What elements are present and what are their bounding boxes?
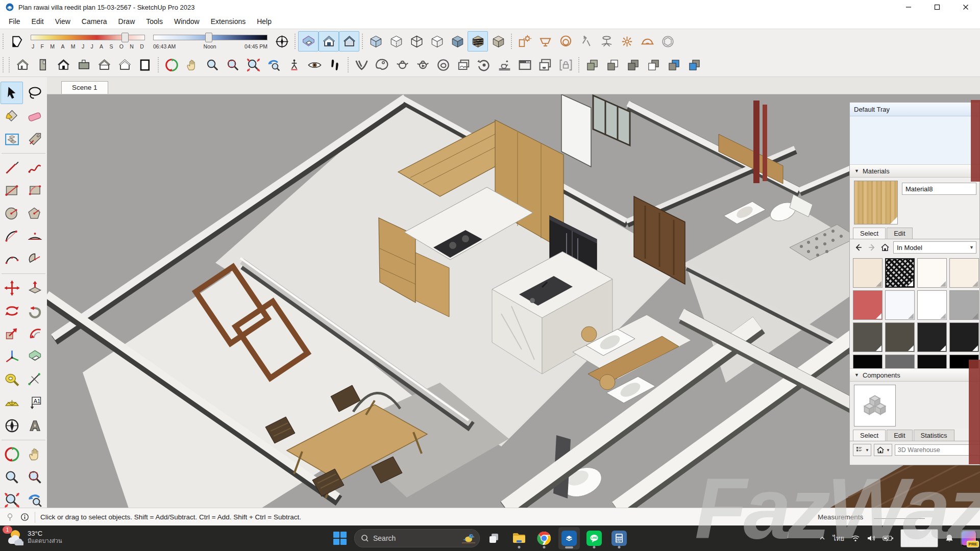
material-preview[interactable] (854, 181, 898, 224)
zoom-tool-button[interactable] (1, 466, 23, 488)
zoom-button[interactable] (202, 55, 223, 75)
section-plane-tool-button[interactable] (23, 345, 46, 368)
rectangle-light-button[interactable] (535, 31, 555, 52)
style-shaded-textures-button[interactable] (468, 31, 488, 52)
taskbar-calculator-button[interactable] (608, 527, 630, 549)
tag-tool-button[interactable] (23, 128, 46, 150)
zoom-window-tool-button[interactable] (23, 466, 46, 488)
toolbar-grip[interactable] (158, 57, 159, 72)
freehand-tool-button[interactable] (23, 156, 46, 179)
wifi-icon[interactable] (851, 534, 860, 542)
trim-button[interactable] (664, 55, 684, 75)
paint-bucket-tool-button[interactable] (1, 105, 23, 127)
components-tab-edit[interactable]: Edit (887, 430, 912, 441)
taskbar-line-app-button[interactable]: LINE (583, 527, 605, 549)
components-tab-statistics[interactable]: Statistics (914, 430, 954, 441)
view-top-button[interactable] (33, 55, 53, 75)
outer-shell-button[interactable] (582, 55, 602, 75)
view-right-button[interactable] (74, 55, 94, 75)
batch-render-button[interactable] (494, 55, 514, 75)
menu-draw[interactable]: Draw (113, 16, 141, 27)
text-tool-button[interactable]: A1 (23, 391, 46, 414)
orbit-button[interactable] (161, 55, 182, 75)
section-cuts-button[interactable] (318, 31, 339, 52)
look-around-button[interactable] (304, 55, 325, 75)
menu-file[interactable]: File (3, 16, 26, 27)
render-output-button[interactable] (514, 55, 535, 75)
menu-window[interactable]: Window (168, 16, 205, 27)
dome-light-button[interactable] (637, 31, 657, 52)
material-swatch-14[interactable] (885, 355, 915, 368)
menu-help[interactable]: Help (251, 16, 277, 27)
position-camera-button[interactable] (284, 55, 304, 75)
asset-editor-button[interactable] (372, 55, 392, 75)
eraser-tool-button[interactable] (23, 105, 46, 127)
geolocation-pin-icon[interactable] (5, 512, 15, 522)
material-name-field[interactable]: Material8 (902, 183, 976, 195)
taskbar-file-explorer-button[interactable] (508, 527, 530, 549)
material-swatch-6[interactable] (885, 290, 915, 320)
material-swatch-1[interactable] (853, 258, 883, 288)
components-search-input[interactable] (895, 444, 980, 456)
taskbar-sketchup-button[interactable] (558, 527, 580, 549)
zoom-previous-button[interactable] (263, 55, 284, 75)
home-button[interactable] (879, 242, 891, 253)
vray-logo-button[interactable] (351, 55, 372, 75)
taskbar-start-button[interactable] (329, 527, 351, 549)
taskbar-search[interactable]: Search (354, 529, 480, 547)
style-hidden-line-button[interactable] (427, 31, 447, 52)
mesh-light-button[interactable] (657, 31, 678, 52)
view-back-button[interactable] (94, 55, 114, 75)
materials-tab-edit[interactable]: Edit (887, 228, 912, 239)
info-icon[interactable] (19, 512, 30, 522)
minimize-button[interactable] (894, 0, 923, 14)
style-shaded-button[interactable] (447, 31, 468, 52)
two-point-arc-tool-button[interactable] (23, 225, 46, 247)
style-wireframe-button[interactable] (406, 31, 427, 52)
menu-extensions[interactable]: Extensions (205, 16, 251, 27)
shadow-settings-button[interactable] (6, 31, 27, 52)
union-button[interactable] (623, 55, 643, 75)
toolbar-grip[interactable] (578, 57, 579, 72)
toolbar-grip[interactable] (511, 34, 512, 49)
3d-text-tool-button[interactable] (23, 414, 46, 437)
volume-icon[interactable] (867, 534, 876, 542)
intersect-button[interactable] (602, 55, 623, 75)
toolbar-grip[interactable] (3, 57, 4, 72)
spot-light-button[interactable] (576, 31, 596, 52)
material-swatch-2[interactable] (885, 258, 915, 288)
line-tool-button[interactable] (1, 156, 23, 179)
material-swatch-4[interactable] (949, 258, 979, 288)
taskbar-chrome-button[interactable] (533, 527, 555, 549)
follow-me-tool-button[interactable] (23, 299, 46, 322)
view-options-button[interactable]: ▼ (853, 444, 871, 456)
scene-tab-1[interactable]: Scene 1 (61, 81, 108, 94)
chevron-up-icon[interactable] (819, 535, 826, 542)
material-swatch-7[interactable] (917, 290, 947, 320)
material-swatch-15[interactable] (917, 355, 947, 368)
walk-button[interactable] (325, 55, 345, 75)
axes-tool-button[interactable] (272, 31, 292, 52)
back-arrow-button[interactable] (853, 242, 864, 253)
components-tab-select[interactable]: Select (853, 430, 886, 441)
menu-tools[interactable]: Tools (140, 16, 168, 27)
tape-measure-tool-button[interactable] (1, 368, 23, 391)
forward-arrow-button[interactable] (866, 242, 877, 253)
render-button[interactable] (392, 55, 412, 75)
pan-tool-button[interactable] (23, 443, 46, 465)
style-back-edges-button[interactable] (386, 31, 406, 52)
menu-view[interactable]: View (50, 16, 76, 27)
materials-collection-dropdown[interactable]: In Model ▼ (893, 241, 976, 254)
dimension-tool-button[interactable] (23, 368, 46, 391)
make-component-tool-button[interactable] (1, 128, 23, 150)
ies-light-button[interactable] (596, 31, 617, 52)
tray-title[interactable]: Default Tray (850, 103, 979, 116)
lock-render-button[interactable] (555, 55, 576, 75)
pan-button[interactable] (182, 55, 202, 75)
frame-buffer-button[interactable] (453, 55, 474, 75)
section-plane-display-button[interactable] (298, 31, 318, 52)
materials-tab-select[interactable]: Select (853, 228, 886, 239)
copilot-button[interactable]: PRE (961, 530, 977, 546)
model-viewport[interactable] (47, 94, 980, 508)
render-history-button[interactable] (474, 55, 494, 75)
